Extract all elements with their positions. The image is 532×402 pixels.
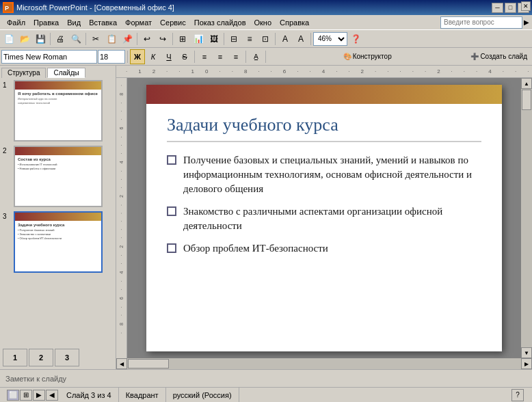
h-scroll-thumb[interactable]: [128, 359, 169, 368]
new-button[interactable]: 📄: [1, 31, 16, 46]
app-icon: P: [3, 2, 14, 13]
scroll-up-button[interactable]: ▲: [521, 78, 532, 89]
menu-slideshow[interactable]: Показ слайдов: [190, 17, 250, 28]
slide3-title: Задачи учебного курса: [18, 223, 98, 227]
help-search-arrow[interactable]: ▶: [524, 18, 529, 26]
insert-chart-button[interactable]: 📊: [191, 31, 206, 46]
scroll-left-button[interactable]: ◀: [116, 358, 127, 369]
bullet-icon-3: [167, 243, 176, 253]
redo-button[interactable]: ↪: [155, 31, 170, 46]
content-area: ·12··10··8··6··4··2·····2···4···6···8···…: [116, 66, 532, 369]
bold-button[interactable]: Ж: [130, 49, 145, 64]
minimize-button[interactable]: ─: [492, 3, 503, 13]
menu-edit[interactable]: Правка: [29, 17, 63, 28]
align-right-button[interactable]: ⊡: [258, 31, 273, 46]
slide-viewport: Задачи учебного курса Получение базовых …: [127, 78, 521, 358]
paste-button[interactable]: 📌: [120, 31, 135, 46]
view-normal-status-btn[interactable]: ⬜: [7, 390, 19, 401]
help-search-input[interactable]: [440, 16, 522, 29]
slide1-title: Я хочу работать в современном офисе: [18, 92, 98, 96]
open-button[interactable]: 📂: [17, 31, 32, 46]
content-row: Структура Слайды ✕ 1 Я хочу работать в с…: [0, 66, 532, 369]
slide-num-1: 1: [3, 80, 11, 89]
insert-table-button[interactable]: ⊞: [175, 31, 190, 46]
menu-format[interactable]: Формат: [121, 17, 156, 28]
slide3-bullet3: • Обзор проблем ИТ-безопасности: [18, 237, 98, 241]
view-sorter-btn[interactable]: 2: [29, 349, 53, 366]
align-left-fmt[interactable]: ≡: [197, 49, 212, 64]
font-size-input[interactable]: [98, 50, 125, 64]
design-button[interactable]: 🎨 Конструктор: [340, 50, 395, 64]
menu-window[interactable]: Окно: [250, 17, 276, 28]
slide-preview-2[interactable]: Состав из курса • Использование IT техно…: [14, 146, 103, 207]
slide-thumb-1[interactable]: 1 Я хочу работать в современном офисе Ин…: [3, 80, 113, 142]
copy-button[interactable]: 📋: [104, 31, 119, 46]
h-scrollbar: ◀ ▶: [116, 358, 532, 369]
bottom-view-buttons: ⬜ ⊞ ▶ ◀: [5, 390, 59, 401]
bullet-item-3: Обзор проблем ИТ-безопасности: [167, 241, 481, 256]
italic-button[interactable]: К: [146, 49, 161, 64]
toolbar-sep-6: [275, 33, 276, 45]
print-button[interactable]: 🖨: [53, 31, 68, 46]
help-button[interactable]: ❓: [348, 31, 363, 46]
v-scroll-thumb[interactable]: [522, 90, 531, 110]
status-help-icon[interactable]: ?: [511, 389, 524, 401]
zoom-out-button[interactable]: A: [278, 31, 293, 46]
undo-button[interactable]: ↩: [139, 31, 155, 46]
slides-list: 1 Я хочу работать в современном офисе Ин…: [0, 77, 116, 346]
slide1-content: Я хочу работать в современном офисе Инте…: [15, 90, 101, 140]
bullet-icon-1: [167, 155, 176, 165]
toolbar-sep-2: [85, 33, 86, 45]
language-text: русский (Россия): [173, 391, 232, 399]
view-outline-btn[interactable]: 3: [55, 349, 79, 366]
save-button[interactable]: 💾: [33, 31, 48, 46]
bullet-text-2: Знакомство с различными аспектами органи…: [183, 204, 481, 233]
panel-tabs: Структура Слайды ✕: [0, 66, 116, 77]
view-slide-sorter-btn[interactable]: ⊞: [20, 390, 32, 401]
slide-thumb-2[interactable]: 2 Состав из курса • Использование IT тех…: [3, 146, 113, 207]
menu-help[interactable]: Справка: [276, 17, 313, 28]
menu-tools[interactable]: Сервис: [156, 17, 190, 28]
underline-button[interactable]: Ч: [161, 49, 176, 64]
tab-outline[interactable]: Структура: [1, 68, 46, 78]
toolbar-sep-5: [224, 33, 224, 45]
font-family-input[interactable]: [1, 50, 97, 64]
align-center-button[interactable]: ≡: [242, 31, 257, 46]
menu-file[interactable]: Файл: [3, 17, 29, 28]
bullet-item-1: Получение базовых и специальных знаний, …: [167, 153, 481, 196]
view-slideshow-btn[interactable]: ▶: [33, 390, 45, 401]
strikethrough-button[interactable]: S: [177, 49, 192, 64]
maximize-button[interactable]: □: [505, 3, 516, 13]
zoom-select[interactable]: 46%: [313, 32, 347, 46]
main-toolbar: 📄 📂 💾 🖨 🔍 ✂ 📋 📌 ↩ ↪ ⊞ 📊 🖼 ⊟ ≡ ⊡ A A 46% …: [0, 30, 532, 48]
menu-view[interactable]: Вид: [63, 17, 85, 28]
create-slide-button[interactable]: ➕ Создать слайд: [467, 50, 531, 64]
create-slide-label: Создать слайд: [480, 53, 527, 60]
design-icon: 🎨: [343, 53, 351, 60]
menu-insert[interactable]: Вставка: [85, 17, 121, 28]
slide-thumb-3[interactable]: 3 Задачи учебного курса • Получение базо…: [3, 211, 113, 273]
insert-picture-button[interactable]: 🖼: [207, 31, 222, 46]
status-slide-info: Слайд 3 из 4: [59, 388, 119, 402]
align-center-fmt[interactable]: ≡: [213, 49, 228, 64]
menu-bar: Файл Правка Вид Вставка Формат Сервис По…: [0, 15, 532, 30]
status-icon: ?: [511, 389, 524, 401]
zoom-in-button[interactable]: A: [293, 31, 308, 46]
view-back-btn[interactable]: ◀: [46, 390, 58, 401]
align-left-button[interactable]: ⊟: [226, 31, 241, 46]
slide-num-3: 3: [3, 211, 11, 220]
align-right-fmt[interactable]: ≡: [228, 49, 243, 64]
preview-button[interactable]: 🔍: [68, 31, 83, 46]
scroll-right-button[interactable]: ▶: [521, 358, 532, 369]
slide-preview-1[interactable]: Я хочу работать в современном офисе Инте…: [14, 80, 103, 142]
tab-slides[interactable]: Слайды: [47, 68, 85, 78]
main-content: Структура Слайды ✕ 1 Я хочу работать в с…: [0, 66, 532, 402]
font-color-button[interactable]: A̲: [248, 49, 263, 64]
slide2-header: [15, 147, 101, 155]
slide-preview-3[interactable]: Задачи учебного курса • Получение базовы…: [14, 211, 103, 273]
cut-button[interactable]: ✂: [88, 31, 103, 46]
view-btn-row: 1 2 3: [3, 349, 113, 366]
scroll-down-button[interactable]: ▼: [521, 347, 532, 358]
view-normal-btn[interactable]: 1: [3, 349, 27, 366]
slide-title-area: Задачи учебного курса: [146, 104, 502, 148]
